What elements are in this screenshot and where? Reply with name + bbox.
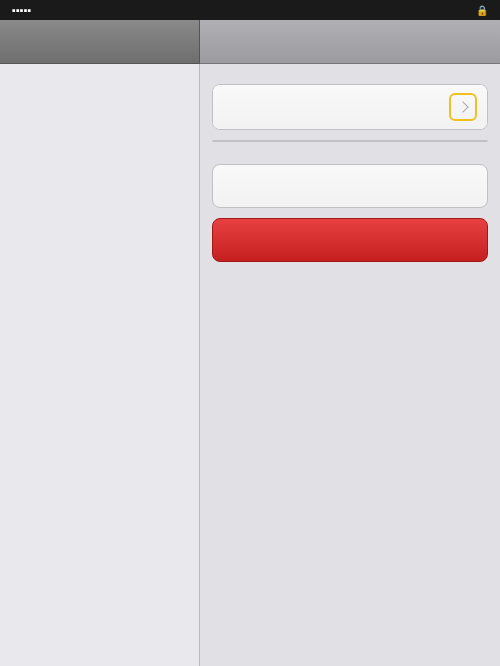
chevron-right-icon bbox=[457, 101, 468, 112]
status-left: ▪▪▪▪▪ bbox=[8, 4, 32, 16]
header-left bbox=[0, 20, 200, 64]
icloud-section-label bbox=[212, 74, 488, 84]
storage-backup-row[interactable] bbox=[212, 164, 488, 208]
delete-account-button[interactable] bbox=[212, 218, 488, 262]
main-layout bbox=[0, 64, 500, 666]
account-row[interactable] bbox=[213, 85, 487, 129]
icloud-rows-group bbox=[212, 140, 488, 142]
account-group bbox=[212, 84, 488, 130]
content-area bbox=[200, 64, 500, 666]
sidebar bbox=[0, 64, 200, 666]
header bbox=[0, 20, 500, 64]
find-my-ipad-note bbox=[212, 152, 488, 164]
status-bar: ▪▪▪▪▪ 🔒 bbox=[0, 0, 500, 20]
status-right: 🔒 bbox=[476, 5, 492, 16]
account-arrow-button[interactable] bbox=[449, 93, 477, 121]
lock-icon: 🔒 bbox=[476, 5, 488, 16]
signal-icon: ▪▪▪▪▪ bbox=[12, 4, 32, 16]
header-right bbox=[200, 20, 500, 64]
